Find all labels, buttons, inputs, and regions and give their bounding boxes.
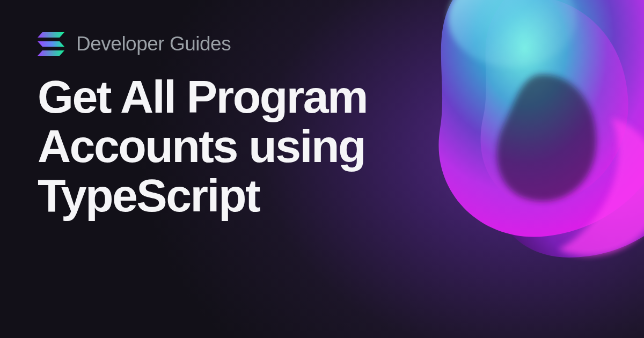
solana-logo-icon xyxy=(38,32,64,56)
page-title: Get All Program Accounts using TypeScrip… xyxy=(38,72,521,220)
header: Developer Guides xyxy=(38,32,606,56)
category-label: Developer Guides xyxy=(76,33,231,55)
